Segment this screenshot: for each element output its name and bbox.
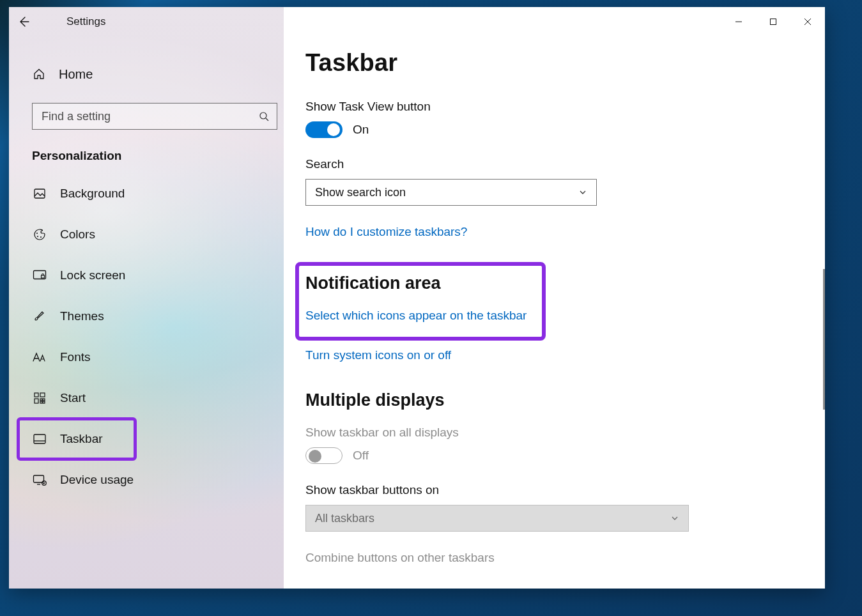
notification-area-highlight: Notification area Select which icons app… [295, 262, 546, 341]
app-title: Settings [66, 15, 105, 28]
setting-label: Show Task View button [305, 100, 769, 114]
multiple-displays-title: Multiple displays [305, 390, 769, 410]
home-icon [32, 68, 46, 81]
image-icon [32, 187, 47, 200]
sidebar-item-label: Start [60, 391, 86, 405]
sidebar-item-label: Background [60, 187, 125, 201]
taskbar-icon [32, 434, 47, 444]
search-icon [259, 111, 269, 121]
svg-rect-7 [42, 275, 45, 278]
setting-label: Search [305, 157, 769, 171]
sidebar: Home Personalization Background [9, 7, 284, 589]
titlebar: Settings [9, 7, 825, 36]
back-button[interactable] [9, 7, 38, 36]
toggle-thumb [327, 123, 340, 136]
select-value: All taskbars [315, 512, 374, 525]
sidebar-item-label: Device usage [60, 473, 134, 487]
setting-search: Search Show search icon [305, 157, 769, 206]
fonts-icon [32, 351, 47, 364]
device-usage-icon [32, 474, 47, 486]
arrow-left-icon [17, 15, 30, 28]
toggle-state: On [353, 123, 369, 137]
setting-show-task-view: Show Task View button On [305, 100, 769, 138]
sidebar-item-label: Fonts [60, 350, 91, 364]
start-grid-icon [32, 392, 47, 404]
svg-point-5 [40, 236, 42, 238]
lock-screen-icon [32, 269, 47, 282]
toggle-thumb [309, 450, 321, 463]
taskbar-buttons-select: All taskbars [305, 505, 689, 532]
link-select-icons[interactable]: Select which icons appear on the taskbar [305, 309, 527, 323]
svg-rect-16 [34, 475, 44, 482]
sidebar-item-taskbar[interactable]: Taskbar [18, 419, 135, 459]
nav-home[interactable]: Home [9, 57, 284, 91]
setting-label: Show taskbar on all displays [305, 426, 769, 440]
sidebar-item-colors[interactable]: Colors [9, 214, 284, 255]
sidebar-item-label: Taskbar [60, 432, 103, 446]
svg-point-1 [260, 112, 266, 119]
nav-home-label: Home [59, 67, 93, 82]
search-mode-select[interactable]: Show search icon [305, 179, 597, 206]
sidebar-item-background[interactable]: Background [9, 173, 284, 214]
select-value: Show search icon [315, 186, 406, 199]
scrollbar[interactable] [823, 269, 825, 410]
sidebar-item-label: Themes [60, 309, 104, 323]
palette-icon [32, 228, 47, 241]
main-content: Taskbar Show Task View button On Search … [284, 7, 825, 589]
close-button[interactable] [790, 9, 825, 35]
toggle-state: Off [353, 449, 369, 463]
svg-rect-10 [35, 399, 38, 403]
toggle-task-view[interactable] [305, 121, 342, 138]
search-input[interactable] [42, 110, 259, 123]
sidebar-section-title: Personalization [32, 149, 284, 163]
notification-area-title: Notification area [305, 273, 533, 293]
link-system-icons[interactable]: Turn system icons on or off [305, 348, 451, 362]
toggle-show-on-all [305, 447, 342, 464]
nav-list: Background Colors Lock screen Themes [9, 173, 284, 500]
chevron-down-icon [578, 188, 587, 197]
svg-rect-14 [43, 401, 45, 403]
setting-label: Show taskbar buttons on [305, 483, 769, 497]
svg-rect-15 [34, 435, 45, 443]
svg-rect-0 [771, 19, 776, 25]
search-input-wrapper[interactable] [32, 103, 277, 130]
sidebar-item-label: Colors [60, 227, 95, 242]
window-controls [721, 9, 825, 35]
page-title: Taskbar [305, 49, 769, 77]
combine-buttons-label: Combine buttons on other taskbars [305, 551, 769, 565]
svg-rect-2 [35, 189, 45, 198]
chevron-down-icon [670, 514, 679, 523]
svg-rect-12 [43, 399, 45, 401]
svg-rect-13 [40, 401, 42, 403]
sidebar-item-fonts[interactable]: Fonts [9, 337, 284, 378]
sidebar-item-lock-screen[interactable]: Lock screen [9, 255, 284, 296]
minimize-button[interactable] [721, 9, 756, 35]
svg-rect-8 [35, 393, 38, 397]
maximize-icon [769, 18, 777, 26]
sidebar-item-themes[interactable]: Themes [9, 296, 284, 337]
setting-show-on-all-displays: Show taskbar on all displays Off [305, 426, 769, 464]
close-icon [804, 18, 812, 26]
sidebar-item-start[interactable]: Start [9, 378, 284, 419]
svg-point-4 [37, 236, 38, 237]
sidebar-item-device-usage[interactable]: Device usage [9, 459, 284, 500]
svg-point-3 [36, 233, 38, 234]
svg-rect-9 [40, 393, 45, 397]
link-customize-taskbars[interactable]: How do I customize taskbars? [305, 225, 467, 239]
sidebar-item-label: Lock screen [60, 268, 125, 282]
minimize-icon [735, 18, 743, 26]
svg-rect-11 [40, 399, 42, 401]
maximize-button[interactable] [756, 9, 790, 35]
setting-taskbar-buttons-on: Show taskbar buttons on All taskbars [305, 483, 769, 532]
brush-icon [32, 310, 47, 323]
